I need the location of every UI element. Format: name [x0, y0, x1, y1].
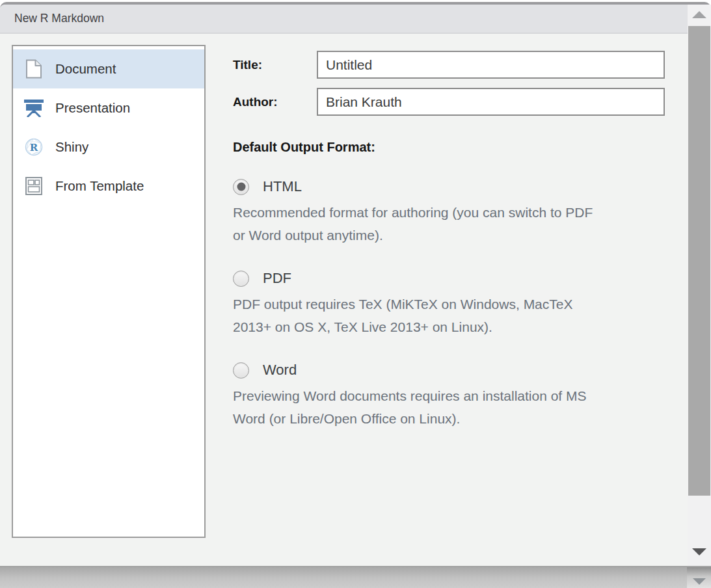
author-field-label: Author: — [233, 88, 317, 116]
svg-text:R: R — [30, 142, 38, 154]
sidebar-item-shiny[interactable]: R Shiny — [13, 127, 204, 167]
outer-scroll-down-icon[interactable] — [693, 578, 706, 585]
sidebar-item-from-template[interactable]: From Template — [13, 167, 204, 206]
screen: New R Markdown Document — [0, 0, 711, 588]
html-radio-button[interactable] — [233, 179, 249, 195]
sidebar-item-presentation[interactable]: Presentation — [13, 88, 204, 127]
scroll-down-icon[interactable] — [692, 548, 706, 555]
outer-window-scrollbar[interactable] — [687, 567, 711, 588]
author-field-row: Author: — [233, 88, 665, 116]
pdf-format-description: PDF output requires TeX (MiKTeX on Windo… — [233, 293, 665, 338]
word-format-description: Previewing Word documents requires an in… — [233, 384, 665, 430]
format-option-word: Word Previewing Word documents requires … — [233, 362, 665, 430]
output-format-heading: Default Output Format: — [233, 140, 665, 155]
shiny-icon: R — [23, 138, 44, 156]
sidebar-item-label: From Template — [55, 178, 144, 194]
presentation-icon — [23, 99, 44, 117]
sidebar-item-label: Document — [55, 61, 116, 77]
dialog-bottom-shadow — [0, 567, 711, 588]
pdf-radio-button[interactable] — [233, 271, 249, 287]
pdf-radio-label: PDF — [263, 270, 291, 287]
word-radio-button[interactable] — [233, 362, 249, 379]
sidebar-item-label: Shiny — [55, 139, 88, 155]
format-option-html: HTML Recommended format for authoring (y… — [233, 178, 665, 247]
dialog-title: New R Markdown — [14, 12, 104, 25]
word-radio-label: Word — [263, 362, 297, 379]
title-field-row: Title: — [233, 51, 665, 79]
from-template-icon — [23, 177, 44, 195]
scrollbar-thumb[interactable] — [688, 26, 710, 496]
html-format-description: Recommended format for authoring (you ca… — [233, 201, 665, 247]
scroll-up-icon[interactable] — [692, 11, 706, 18]
document-icon — [23, 59, 44, 79]
metadata-fields: Title: Author: — [233, 51, 665, 125]
author-input[interactable] — [317, 88, 665, 116]
title-field-label: Title: — [233, 51, 317, 79]
new-r-markdown-dialog: New R Markdown Document — [0, 2, 711, 567]
html-radio-row[interactable]: HTML — [233, 178, 665, 195]
document-type-list: Document Presentation — [12, 45, 206, 538]
sidebar-item-label: Presentation — [55, 100, 130, 116]
sidebar-item-document[interactable]: Document — [13, 49, 204, 88]
format-option-pdf: PDF PDF output requires TeX (MiKTeX on W… — [233, 270, 665, 338]
html-radio-label: HTML — [263, 178, 302, 195]
word-radio-row[interactable]: Word — [233, 362, 665, 379]
output-format-section: Default Output Format: HTML Recommended … — [233, 140, 665, 430]
dialog-scrollbar[interactable] — [688, 5, 711, 566]
title-input[interactable] — [317, 51, 665, 79]
dialog-titlebar: New R Markdown — [0, 5, 688, 34]
pdf-radio-row[interactable]: PDF — [233, 270, 665, 287]
